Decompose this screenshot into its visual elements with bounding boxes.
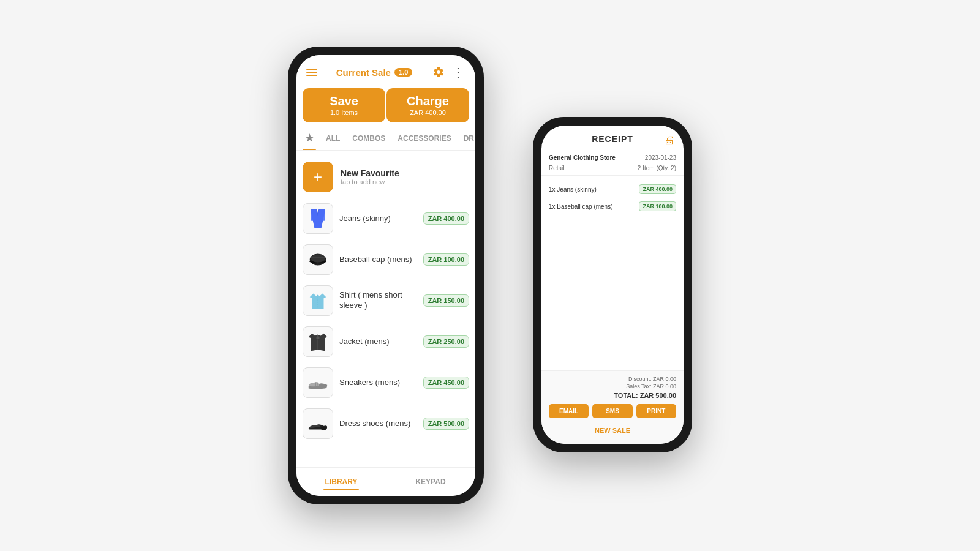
product-price-jeans: ZAR 400.00: [423, 212, 469, 225]
tab-combos-label: COMBOS: [352, 134, 385, 143]
scene: Current Sale 1.0 ⋮: [288, 47, 692, 504]
charge-button[interactable]: Charge ZAR 400.00: [386, 88, 469, 122]
left-phone-screen: Current Sale 1.0 ⋮: [296, 55, 475, 496]
products-list: + New Favourite tap to add new: [296, 151, 475, 467]
new-sale-button[interactable]: NEW SALE: [549, 422, 676, 439]
receipt-store-name: General Clothing Store: [549, 154, 616, 161]
header-title: Current Sale 1.0: [336, 67, 413, 78]
receipt-type-row: Retail 2 Item (Qty. 2): [541, 163, 684, 176]
receipt-actions: EMAIL SMS PRINT: [549, 404, 676, 418]
category-tabs: ★ ALL COMBOS ACCESSORIES DR: [296, 127, 475, 151]
svg-point-6: [311, 254, 325, 262]
receipt-qty: 2 Item (Qty. 2): [638, 165, 676, 171]
tab-combos[interactable]: COMBOS: [350, 129, 388, 149]
favourite-info: New Favourite tap to add new: [341, 168, 399, 186]
left-phone-content: Current Sale 1.0 ⋮: [296, 55, 475, 496]
favourite-title: New Favourite: [341, 168, 399, 178]
app-header: Current Sale 1.0 ⋮: [296, 55, 475, 86]
add-favourite-item[interactable]: + New Favourite tap to add new: [303, 156, 469, 198]
product-thumb-jeans: [303, 203, 333, 234]
print-button[interactable]: PRINT: [636, 404, 676, 418]
save-button[interactable]: Save 1.0 Items: [303, 88, 385, 122]
right-phone-content: RECEIPT 🖨 General Clothing Store 2023-01…: [541, 126, 684, 444]
product-item-sneakers[interactable]: Sneakers (mens) ZAR 450.00: [303, 362, 469, 403]
receipt-item-cap: 1x Baseball cap (mens) ZAR 100.00: [549, 198, 676, 215]
nav-library[interactable]: LIBRARY: [296, 474, 386, 487]
product-item-cap[interactable]: Baseball cap (mens) ZAR 100.00: [303, 239, 469, 280]
svg-point-15: [321, 427, 327, 430]
header-icons: ⋮: [431, 65, 466, 80]
tab-dr[interactable]: DR: [461, 129, 475, 149]
product-price-jacket: ZAR 250.00: [423, 335, 469, 348]
receipt-tax-row: Sales Tax: ZAR 0.00: [549, 383, 676, 389]
action-buttons: Save 1.0 Items Charge ZAR 400.00: [296, 86, 475, 127]
tab-all[interactable]: ALL: [323, 129, 342, 149]
printer-icon[interactable]: 🖨: [664, 134, 675, 147]
receipt-discount: Discount: ZAR 0.00: [628, 376, 676, 382]
email-button[interactable]: EMAIL: [549, 404, 589, 418]
receipt-item-jeans-price: ZAR 400.00: [639, 184, 676, 194]
star-icon: ★: [305, 133, 314, 143]
product-thumb-shirt: [303, 285, 333, 316]
tab-dr-label: DR: [464, 134, 474, 143]
product-price-cap: ZAR 100.00: [423, 253, 469, 266]
tab-all-label: ALL: [326, 134, 340, 143]
save-label: Save: [307, 94, 380, 108]
receipt-tax: Sales Tax: ZAR 0.00: [626, 383, 676, 389]
product-name-dress-shoes: Dress shoes (mens): [339, 419, 417, 429]
tab-accessories[interactable]: ACCESSORIES: [395, 129, 453, 149]
receipt-store-row: General Clothing Store 2023-01-23: [541, 149, 684, 163]
more-icon[interactable]: ⋮: [451, 65, 466, 80]
settings-icon[interactable]: [431, 65, 446, 80]
product-item-jacket[interactable]: Jacket (mens) ZAR 250.00: [303, 321, 469, 362]
receipt-items: 1x Jeans (skinny) ZAR 400.00 1x Baseball…: [541, 176, 684, 370]
receipt-total-row: TOTAL: ZAR 500.00: [549, 392, 676, 399]
product-thumb-dress-shoes: [303, 408, 333, 439]
tab-accessories-label: ACCESSORIES: [398, 134, 451, 143]
right-phone: RECEIPT 🖨 General Clothing Store 2023-01…: [533, 117, 692, 452]
product-item-dress-shoes[interactable]: Dress shoes (mens) ZAR 500.00: [303, 403, 469, 444]
svg-marker-2: [311, 209, 325, 228]
receipt-type: Retail: [549, 165, 565, 171]
receipt-total: TOTAL: ZAR 500.00: [614, 392, 676, 399]
favourite-subtitle: tap to add new: [341, 178, 399, 186]
receipt-footer: Discount: ZAR 0.00 Sales Tax: ZAR 0.00 T…: [541, 370, 684, 444]
bottom-nav: LIBRARY KEYPAD: [296, 467, 475, 496]
product-name-jacket: Jacket (mens): [339, 337, 417, 347]
nav-keypad[interactable]: KEYPAD: [386, 474, 475, 487]
product-thumb-sneakers: [303, 367, 333, 398]
product-item-shirt[interactable]: Shirt ( mens short sleeve ) ZAR 150.00: [303, 280, 469, 321]
product-price-dress-shoes: ZAR 500.00: [423, 418, 469, 430]
sms-button[interactable]: SMS: [592, 404, 632, 418]
receipt-discount-row: Discount: ZAR 0.00: [549, 376, 676, 382]
sale-badge: 1.0: [394, 68, 412, 77]
receipt-date: 2023-01-23: [645, 154, 676, 161]
product-name-cap: Baseball cap (mens): [339, 255, 417, 265]
right-phone-screen: RECEIPT 🖨 General Clothing Store 2023-01…: [541, 126, 684, 444]
receipt-item-jeans: 1x Jeans (skinny) ZAR 400.00: [549, 181, 676, 198]
product-item-jeans[interactable]: Jeans (skinny) ZAR 400.00: [303, 198, 469, 239]
product-name-jeans: Jeans (skinny): [339, 214, 417, 224]
charge-sublabel: ZAR 400.00: [391, 109, 464, 116]
receipt-header: RECEIPT 🖨: [541, 126, 684, 149]
save-sublabel: 1.0 Items: [307, 109, 380, 116]
receipt-item-jeans-name: 1x Jeans (skinny): [549, 186, 597, 193]
product-name-sneakers: Sneakers (mens): [339, 378, 417, 388]
charge-label: Charge: [391, 94, 464, 108]
product-name-shirt: Shirt ( mens short sleeve ): [339, 290, 417, 311]
left-phone: Current Sale 1.0 ⋮: [288, 47, 484, 504]
receipt-item-cap-price: ZAR 100.00: [639, 201, 676, 211]
menu-icon[interactable]: [306, 69, 317, 76]
add-favourite-btn[interactable]: +: [303, 162, 333, 192]
product-price-shirt: ZAR 150.00: [423, 294, 469, 307]
tab-star[interactable]: ★: [303, 127, 316, 150]
receipt-title: RECEIPT: [549, 134, 676, 144]
product-price-sneakers: ZAR 450.00: [423, 377, 469, 389]
current-sale-label: Current Sale: [336, 67, 391, 78]
product-thumb-jacket: [303, 326, 333, 357]
receipt-item-cap-name: 1x Baseball cap (mens): [549, 203, 613, 210]
product-thumb-cap: [303, 244, 333, 275]
